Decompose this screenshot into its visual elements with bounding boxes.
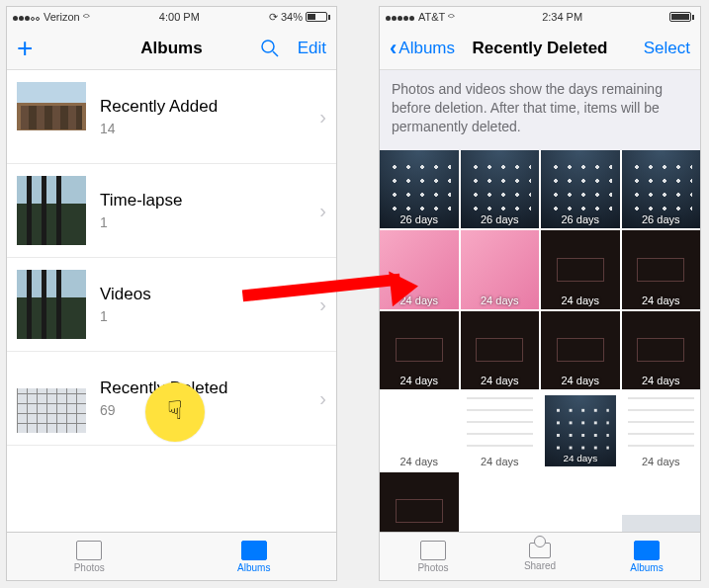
tab-label: Shared	[524, 560, 556, 571]
search-icon	[260, 39, 280, 58]
album-name: Time-lapse	[100, 191, 319, 210]
svg-point-0	[262, 41, 274, 52]
cursor-highlight: ☟	[145, 382, 205, 442]
select-button[interactable]: Select	[644, 39, 690, 58]
grid-item[interactable]: 24 days	[622, 311, 701, 390]
days-remaining: 26 days	[461, 213, 540, 225]
days-remaining: 26 days	[380, 213, 459, 225]
days-remaining: 24 days	[461, 456, 540, 467]
photos-icon	[76, 541, 102, 560]
photos-icon	[420, 541, 446, 560]
phone-recently-deleted-screen: AT&T ⌔ 2:34 PM ‹ Albums Recently Deleted…	[379, 6, 701, 581]
tab-photos[interactable]: Photos	[380, 533, 487, 580]
rotation-lock-icon: ⟳	[269, 11, 278, 24]
grid-item[interactable]: 24 days	[461, 230, 540, 309]
tab-bar: Photos Albums	[7, 532, 336, 580]
tab-label: Photos	[417, 562, 448, 573]
tab-shared[interactable]: Shared	[487, 533, 593, 580]
grid-item[interactable]: 24 days	[541, 230, 620, 309]
grid-item[interactable]: 26 days	[622, 150, 701, 229]
grid-item[interactable]: 26 days	[380, 150, 459, 229]
battery-icon	[669, 12, 694, 22]
back-button[interactable]: ‹ Albums	[390, 36, 455, 61]
annotation-arrow	[242, 282, 400, 294]
battery-pct: 34%	[281, 11, 303, 23]
battery-icon	[306, 12, 330, 22]
wifi-icon: ⌔	[83, 11, 90, 23]
carrier-label: Verizon	[44, 11, 80, 23]
days-remaining: 24 days	[461, 375, 540, 386]
grid-item[interactable]: 24 days	[461, 391, 540, 470]
tab-label: Albums	[237, 562, 270, 573]
days-remaining: 24 days	[545, 453, 616, 463]
days-remaining: 24 days	[380, 456, 459, 467]
shared-icon	[529, 543, 551, 558]
album-row-timelapse[interactable]: Time-lapse 1 ›	[7, 164, 336, 258]
album-thumbnail	[17, 82, 86, 151]
tab-label: Albums	[630, 562, 663, 573]
grid-item[interactable]: 24 days	[380, 311, 459, 390]
grid-item[interactable]: 24 days	[622, 230, 701, 309]
album-name: Recently Added	[100, 97, 319, 117]
add-album-button[interactable]: +	[17, 35, 33, 62]
days-remaining: 24 days	[380, 375, 459, 386]
grid-item[interactable]: 24 days	[461, 311, 540, 390]
days-remaining: 24 days	[541, 375, 620, 386]
info-banner: Photos and videos show the days remainin…	[380, 70, 700, 150]
days-remaining: 26 days	[622, 213, 701, 225]
pointer-cursor-icon: ☟	[167, 395, 183, 426]
photo-grid: 26 days 26 days 26 days 26 days 24 days …	[380, 150, 700, 551]
album-thumbnail	[17, 176, 86, 245]
album-row-videos[interactable]: Videos 1 ›	[7, 258, 336, 352]
grid-item[interactable]: 24 days	[541, 311, 620, 390]
days-remaining: 24 days	[541, 294, 620, 306]
days-remaining: 24 days	[622, 456, 701, 467]
chevron-right-icon: ›	[319, 294, 326, 316]
status-time: 4:00 PM	[159, 11, 200, 23]
grid-item[interactable]: 24 days	[380, 391, 459, 470]
days-remaining: 24 days	[461, 294, 540, 306]
chevron-left-icon: ‹	[390, 36, 397, 61]
svg-line-1	[273, 51, 278, 56]
days-remaining: 24 days	[622, 375, 701, 386]
album-name: Recently Deleted	[100, 378, 319, 398]
album-row-recently-added[interactable]: Recently Added 14 ›	[7, 70, 336, 164]
grid-item[interactable]: 26 days	[541, 150, 620, 229]
tab-photos[interactable]: Photos	[7, 533, 172, 580]
grid-item[interactable]: 26 days	[461, 150, 540, 229]
album-count: 69	[100, 402, 319, 418]
edit-button[interactable]: Edit	[298, 39, 326, 58]
grid-item[interactable]: 24 days	[545, 395, 616, 466]
back-label: Albums	[399, 39, 455, 58]
tab-bar: Photos Shared Albums	[380, 532, 700, 580]
album-count: 1	[100, 308, 319, 324]
tab-albums[interactable]: Albums	[172, 533, 337, 580]
albums-icon	[241, 541, 267, 560]
status-bar: AT&T ⌔ 2:34 PM	[380, 7, 700, 27]
wifi-icon: ⌔	[448, 11, 455, 23]
album-thumbnail	[17, 270, 86, 339]
carrier-label: AT&T	[418, 11, 445, 23]
tab-albums[interactable]: Albums	[593, 533, 700, 580]
album-count: 1	[100, 214, 319, 230]
search-button[interactable]	[260, 39, 280, 58]
signal-dots-icon	[386, 11, 415, 23]
tab-label: Photos	[74, 562, 105, 573]
album-thumbnail	[17, 364, 86, 433]
status-bar: Verizon ⌔ 4:00 PM ⟳ 34%	[7, 7, 336, 27]
nav-bar: ‹ Albums Recently Deleted Select	[380, 27, 700, 70]
nav-bar: + Albums Edit	[7, 27, 336, 70]
days-remaining: 24 days	[622, 294, 701, 306]
grid-item[interactable]: 24 days	[622, 391, 701, 470]
chevron-right-icon: ›	[319, 200, 326, 222]
chevron-right-icon: ›	[319, 106, 326, 128]
days-remaining: 26 days	[541, 213, 620, 225]
chevron-right-icon: ›	[319, 387, 326, 410]
album-count: 14	[100, 121, 319, 136]
signal-dots-icon	[13, 11, 41, 23]
albums-icon	[634, 541, 660, 560]
status-time: 2:34 PM	[542, 11, 582, 23]
